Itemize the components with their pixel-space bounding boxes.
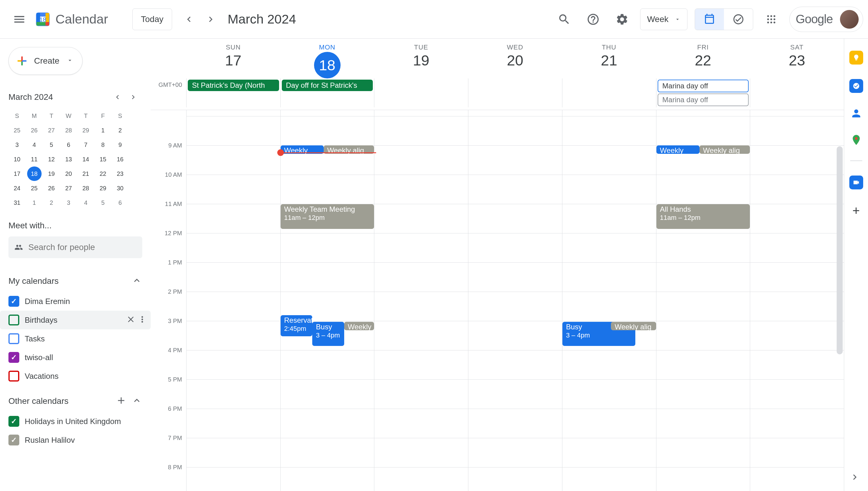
calendar-item[interactable]: Holidays in United Kingdom: [8, 412, 142, 431]
mini-day[interactable]: 20: [60, 167, 77, 181]
mini-day[interactable]: 21: [77, 167, 94, 181]
calendar-item[interactable]: Tasks: [8, 329, 142, 348]
mini-day[interactable]: 28: [60, 123, 77, 138]
mini-day[interactable]: 26: [43, 181, 60, 196]
calendar-options[interactable]: [137, 315, 147, 325]
contacts-addon[interactable]: [850, 107, 862, 119]
mini-day[interactable]: 3: [60, 196, 77, 210]
mini-day[interactable]: 31: [8, 196, 26, 210]
today-button[interactable]: Today: [132, 8, 173, 30]
next-week-button[interactable]: [201, 10, 220, 29]
calendar-view-button[interactable]: [695, 9, 724, 30]
maps-addon[interactable]: [850, 134, 862, 146]
event[interactable]: Weekly alig: [700, 145, 750, 154]
mini-day[interactable]: 11: [26, 152, 43, 167]
mini-day[interactable]: 17: [8, 167, 26, 181]
mini-day[interactable]: 27: [60, 181, 77, 196]
mini-day[interactable]: 18: [26, 167, 43, 181]
allday-cell[interactable]: [468, 79, 562, 107]
mini-day[interactable]: 7: [77, 138, 94, 152]
other-calendars-toggle[interactable]: Other calendars: [8, 392, 142, 411]
mini-day[interactable]: 30: [112, 181, 129, 196]
allday-cell[interactable]: Marina day offMarina day off: [656, 79, 750, 107]
mini-day[interactable]: 9: [112, 138, 129, 152]
meet-search[interactable]: [8, 236, 142, 258]
day-column[interactable]: Busy3 – 4pmWeekly alig: [562, 110, 656, 491]
day-column[interactable]: [468, 110, 562, 491]
day-header[interactable]: THU21: [562, 38, 656, 79]
event[interactable]: Weekly alig: [656, 145, 700, 154]
account-switcher[interactable]: Google: [789, 7, 863, 32]
tasks-addon[interactable]: [849, 79, 863, 93]
meet-search-input[interactable]: [28, 242, 136, 252]
create-button[interactable]: Create: [8, 47, 83, 75]
mini-day[interactable]: 4: [26, 138, 43, 152]
mini-day[interactable]: 27: [43, 123, 60, 138]
allday-cell[interactable]: Day off for St Patrick's: [280, 79, 374, 107]
google-apps-button[interactable]: [761, 8, 782, 30]
calendar-item[interactable]: twiso-all: [8, 348, 142, 367]
mini-prev-month[interactable]: [111, 90, 124, 104]
event[interactable]: Weekly Team Meeting11am – 12pm: [281, 204, 374, 229]
mini-day[interactable]: 25: [26, 181, 43, 196]
calendar-checkbox[interactable]: [8, 352, 19, 363]
day-header[interactable]: FRI22: [656, 38, 750, 79]
day-column[interactable]: [374, 110, 468, 491]
mini-day[interactable]: 10: [8, 152, 26, 167]
settings-button[interactable]: [611, 8, 633, 30]
day-column[interactable]: Weekly aligWeekly aligAll Hands11am – 12…: [656, 110, 750, 491]
allday-cell[interactable]: St Patrick's Day (North: [186, 79, 280, 107]
event[interactable]: All Hands11am – 12pm: [656, 204, 750, 229]
mini-next-month[interactable]: [127, 90, 140, 104]
mini-day[interactable]: 2: [43, 196, 60, 210]
day-header[interactable]: TUE19: [374, 38, 468, 79]
calendar-checkbox[interactable]: [8, 371, 19, 381]
calendar-item[interactable]: Vacations: [8, 367, 142, 385]
mini-day[interactable]: 29: [77, 123, 94, 138]
calendar-item[interactable]: Birthdays: [0, 311, 151, 329]
mini-day[interactable]: 1: [26, 196, 43, 210]
help-button[interactable]: [582, 8, 604, 30]
scrollbar[interactable]: [835, 110, 844, 491]
mini-day[interactable]: 1: [94, 123, 112, 138]
allday-event[interactable]: Marina day off: [658, 93, 749, 106]
calendar-checkbox[interactable]: [8, 296, 19, 307]
day-header[interactable]: MON18: [280, 38, 374, 79]
mini-day[interactable]: 26: [26, 123, 43, 138]
event[interactable]: Weekly: [344, 322, 374, 330]
calendar-checkbox[interactable]: [8, 315, 19, 325]
mini-day[interactable]: 22: [94, 167, 112, 181]
add-calendar-button[interactable]: [116, 395, 127, 407]
mini-day[interactable]: 5: [43, 138, 60, 152]
event[interactable]: Weekly alig: [611, 322, 656, 330]
day-column[interactable]: [186, 110, 280, 491]
mini-day[interactable]: 14: [77, 152, 94, 167]
my-calendars-toggle[interactable]: My calendars: [8, 271, 142, 291]
prev-week-button[interactable]: [179, 10, 198, 29]
calendar-item[interactable]: Ruslan Halilov: [8, 431, 142, 450]
allday-event[interactable]: Day off for St Patrick's: [282, 80, 373, 91]
day-header[interactable]: SUN17: [186, 38, 280, 79]
allday-event[interactable]: St Patrick's Day (North: [188, 80, 279, 91]
hide-side-panel[interactable]: [847, 469, 863, 485]
keep-addon[interactable]: [849, 51, 863, 64]
mini-day[interactable]: 4: [77, 196, 94, 210]
calendar-checkbox[interactable]: [8, 416, 19, 427]
mini-day[interactable]: 23: [112, 167, 129, 181]
day-column[interactable]: [750, 110, 844, 491]
mini-day[interactable]: 25: [8, 123, 26, 138]
get-addons-button[interactable]: +: [849, 204, 863, 218]
mini-day[interactable]: 2: [112, 123, 129, 138]
day-header[interactable]: SAT23: [750, 38, 844, 79]
mini-day[interactable]: 5: [94, 196, 112, 210]
allday-cell[interactable]: [562, 79, 656, 107]
main-menu-button[interactable]: [5, 5, 34, 34]
remove-calendar[interactable]: [126, 315, 135, 325]
view-select[interactable]: Week: [640, 8, 687, 30]
allday-cell[interactable]: [750, 79, 844, 107]
mini-day[interactable]: 15: [94, 152, 112, 167]
calendar-item[interactable]: Dima Eremin: [8, 292, 142, 311]
scrollbar-thumb[interactable]: [837, 146, 843, 354]
mini-day[interactable]: 8: [94, 138, 112, 152]
tasks-view-button[interactable]: [724, 9, 753, 30]
